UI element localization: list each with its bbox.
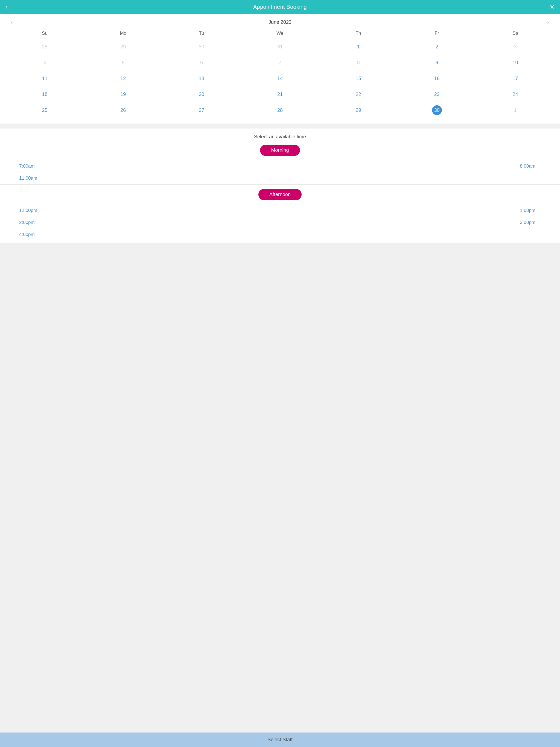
next-month-button[interactable]: ›: [544, 18, 552, 27]
afternoon-time-slot[interactable]: 12:00pm: [8, 205, 280, 216]
calendar-day[interactable]: 21: [241, 86, 320, 102]
calendar-day[interactable]: 22: [319, 86, 398, 102]
app-header: ‹ Appointment Booking ✕: [0, 0, 560, 14]
calendar-day: 30: [162, 39, 241, 55]
calendar-day[interactable]: 11: [5, 71, 84, 86]
calendar-day: 8: [319, 55, 398, 71]
calendar-day[interactable]: 19: [84, 86, 162, 102]
calendar-day[interactable]: 10: [476, 55, 555, 71]
morning-time-slot[interactable]: 7:00am: [8, 160, 280, 172]
weekday-header-tu: Tu: [162, 29, 241, 39]
calendar-day[interactable]: 25: [5, 102, 84, 118]
calendar-grid: SuMoTuWeThFrSa 2829303112345678910111213…: [5, 29, 555, 118]
prev-month-button[interactable]: ‹: [8, 18, 16, 27]
bottom-gray-area: [0, 243, 560, 732]
calendar-day[interactable]: 28: [241, 102, 320, 118]
calendar-day[interactable]: 27: [162, 102, 241, 118]
weekday-header-su: Su: [5, 29, 84, 39]
weekday-header-sa: Sa: [476, 29, 555, 39]
calendar-day[interactable]: 14: [241, 71, 320, 86]
afternoon-pill: Afternoon: [258, 189, 302, 200]
calendar-day[interactable]: 15: [319, 71, 398, 86]
afternoon-time-slot[interactable]: 4:00pm: [8, 229, 280, 241]
afternoon-slots: 12:00pm1:00pm2:00pm3:00pm4:00pm: [0, 205, 560, 241]
morning-pill: Morning: [260, 145, 300, 156]
morning-slots: 7:00am8:00am11:00am: [0, 160, 560, 184]
calendar-day: 5: [84, 55, 162, 71]
calendar-day[interactable]: 1: [319, 39, 398, 55]
calendar-day[interactable]: 30: [398, 102, 476, 118]
calendar-day: 4: [5, 55, 84, 71]
calendar-day[interactable]: 12: [84, 71, 162, 86]
afternoon-time-slot[interactable]: 3:00pm: [280, 216, 552, 229]
morning-time-slot[interactable]: 8:00am: [280, 160, 552, 172]
close-button[interactable]: ✕: [547, 2, 557, 12]
select-time-label: Select an available time: [0, 134, 560, 145]
select-staff-button[interactable]: Select Staff: [0, 732, 560, 747]
weekday-header-th: Th: [319, 29, 398, 39]
calendar-day: 6: [162, 55, 241, 71]
morning-badge: Morning: [0, 145, 560, 156]
calendar-day[interactable]: 17: [476, 71, 555, 86]
calendar-day: 31: [241, 39, 320, 55]
afternoon-time-slot[interactable]: 2:00pm: [8, 216, 280, 229]
afternoon-time-slot[interactable]: 1:00pm: [280, 205, 552, 216]
calendar-day: 28: [5, 39, 84, 55]
calendar-day: 3: [476, 39, 555, 55]
calendar-day[interactable]: 20: [162, 86, 241, 102]
morning-time-slot[interactable]: 11:00am: [8, 172, 280, 184]
month-nav: ‹ June 2023 ›: [5, 17, 555, 29]
calendar-section: ‹ June 2023 › SuMoTuWeThFrSa 28293031123…: [0, 14, 560, 124]
calendar-day[interactable]: 16: [398, 71, 476, 86]
calendar-day: 1: [476, 102, 555, 118]
weekday-header-we: We: [241, 29, 320, 39]
calendar-day: 7: [241, 55, 320, 71]
time-section: Select an available time Morning 7:00am8…: [0, 129, 560, 243]
calendar-day[interactable]: 2: [398, 39, 476, 55]
month-label: June 2023: [269, 19, 291, 25]
calendar-day[interactable]: 29: [319, 102, 398, 118]
calendar-day[interactable]: 24: [476, 86, 555, 102]
afternoon-badge: Afternoon: [0, 189, 560, 200]
calendar-day[interactable]: 26: [84, 102, 162, 118]
section-divider: [0, 124, 560, 129]
weekday-header-mo: Mo: [84, 29, 162, 39]
calendar-day[interactable]: 9: [398, 55, 476, 71]
weekday-header-fr: Fr: [398, 29, 476, 39]
back-button[interactable]: ‹: [3, 2, 10, 12]
calendar-day[interactable]: 13: [162, 71, 241, 86]
page-title: Appointment Booking: [253, 4, 307, 10]
calendar-day[interactable]: 23: [398, 86, 476, 102]
section-divider-line: [0, 184, 560, 185]
calendar-day[interactable]: 18: [5, 86, 84, 102]
calendar-day: 29: [84, 39, 162, 55]
